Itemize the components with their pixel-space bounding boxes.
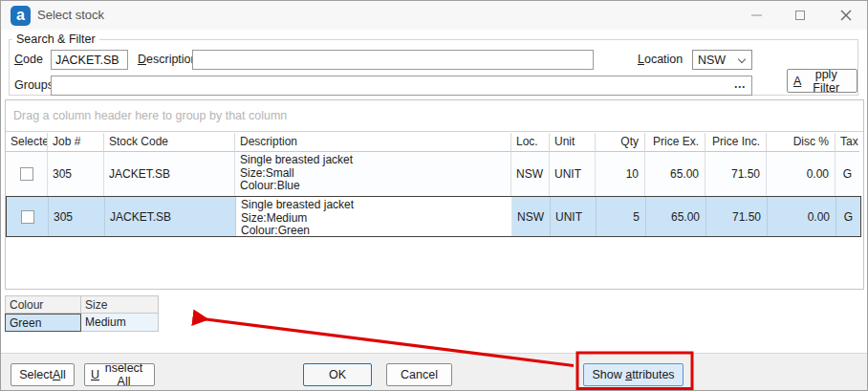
location-label: Location xyxy=(638,50,683,70)
column-header-stock-code[interactable]: Stock Code xyxy=(104,133,235,152)
window-title: Select stock xyxy=(37,1,104,30)
column-header-disc[interactable]: Disc % xyxy=(767,133,835,152)
column-header-unit[interactable]: Unit xyxy=(550,133,596,152)
groups-browse-ellipsis-button[interactable]: … xyxy=(734,76,748,93)
attr-column-header-size: Size xyxy=(81,295,159,314)
cell-price-ex: 65.00 xyxy=(645,152,705,196)
row-select-checkbox[interactable] xyxy=(21,210,34,224)
location-value: NSW xyxy=(698,54,726,67)
cell-disc: 0.00 xyxy=(767,152,835,196)
column-header-job[interactable]: Job # xyxy=(48,133,104,152)
column-header-loc[interactable]: Loc. xyxy=(511,133,550,152)
maximize-icon xyxy=(795,11,805,20)
close-icon xyxy=(840,10,852,21)
cell-unit: UNIT xyxy=(551,197,597,236)
attr-cell-colour[interactable]: Green xyxy=(5,314,81,332)
cell-unit: UNIT xyxy=(550,152,596,196)
cell-loc: NSW xyxy=(511,152,550,196)
cell-qty: 5 xyxy=(597,197,646,236)
attr-cell-size[interactable]: Medium xyxy=(81,314,159,332)
code-label: Code xyxy=(14,50,43,70)
cell-qty: 10 xyxy=(596,152,645,196)
table-row[interactable]: 305 JACKET.SB Single breasted jacketSize… xyxy=(6,152,859,196)
cell-tax: G xyxy=(836,197,860,236)
cell-loc: NSW xyxy=(512,197,551,236)
description-label: Description xyxy=(138,50,198,70)
column-header-price-ex[interactable]: Price Ex. xyxy=(645,133,705,152)
title-bar[interactable]: a Select stock xyxy=(1,1,867,30)
close-button[interactable] xyxy=(831,1,861,30)
cell-disc: 0.00 xyxy=(768,197,836,236)
grid-header-row: Selected Job # Stock Code Description Lo… xyxy=(6,133,859,152)
groups-label: Groups xyxy=(14,76,54,96)
minimize-icon xyxy=(751,14,762,16)
location-select[interactable]: NSW xyxy=(692,50,752,70)
select-stock-dialog: a Select stock Search & Filter Code Desc… xyxy=(0,0,868,391)
column-header-description[interactable]: Description xyxy=(235,133,511,152)
cell-tax: G xyxy=(835,152,859,196)
group-by-drop-zone[interactable]: Drag a column header here to group by th… xyxy=(6,100,863,132)
cell-job: 305 xyxy=(48,152,104,196)
cell-price-inc: 71.50 xyxy=(705,152,767,196)
ok-button[interactable]: OK xyxy=(303,363,372,386)
cell-stock-code: JACKET.SB xyxy=(105,197,236,236)
attributes-grid: Colour Size Green Medium xyxy=(5,295,159,332)
app-logo-icon: a xyxy=(11,6,31,26)
select-all-button[interactable]: Select All xyxy=(11,363,75,386)
cancel-button[interactable]: Cancel xyxy=(386,363,452,386)
attr-column-header-colour: Colour xyxy=(5,295,81,314)
cell-price-ex: 65.00 xyxy=(646,197,706,236)
row-select-checkbox[interactable] xyxy=(20,167,33,181)
column-header-qty[interactable]: Qty xyxy=(596,133,645,152)
code-input[interactable] xyxy=(51,50,128,70)
show-attributes-button[interactable]: Show attributes xyxy=(583,363,684,386)
column-header-tax[interactable]: Tax xyxy=(835,133,859,152)
column-header-price-inc[interactable]: Price Inc. xyxy=(705,133,767,152)
table-row-selected[interactable]: 305 JACKET.SB Single breasted jacketSize… xyxy=(6,196,861,237)
cell-price-inc: 71.50 xyxy=(706,197,768,236)
description-input[interactable] xyxy=(192,50,594,70)
footer-bar: Select All Unselect All OK Cancel Show a… xyxy=(1,353,867,391)
apply-filter-button[interactable]: Apply Filter xyxy=(787,69,857,93)
stock-grid: Drag a column header here to group by th… xyxy=(5,99,864,290)
maximize-button[interactable] xyxy=(785,1,815,30)
unselect-all-button[interactable]: Unselect All xyxy=(84,363,155,386)
column-header-selected[interactable]: Selected xyxy=(6,133,48,152)
cell-description-focused: Single breasted jacketSize:MediumColour:… xyxy=(236,197,512,236)
cell-job: 305 xyxy=(49,197,105,236)
group-legend: Search & Filter xyxy=(12,33,99,46)
cell-description: Single breasted jacketSize:SmallColour:B… xyxy=(235,152,511,196)
chevron-down-icon xyxy=(738,55,746,63)
groups-input[interactable] xyxy=(51,76,752,96)
minimize-button xyxy=(741,1,771,30)
cell-stock-code: JACKET.SB xyxy=(104,152,235,196)
